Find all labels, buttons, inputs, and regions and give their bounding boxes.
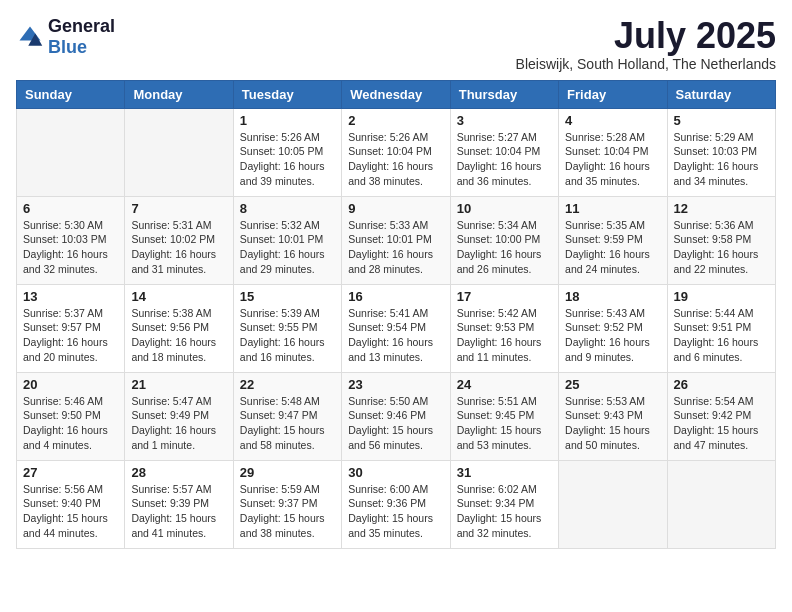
day-number: 14 <box>131 289 226 304</box>
day-number: 25 <box>565 377 660 392</box>
logo: General Blue <box>16 16 115 58</box>
calendar-cell: 22Sunrise: 5:48 AM Sunset: 9:47 PM Dayli… <box>233 372 341 460</box>
calendar-cell: 25Sunrise: 5:53 AM Sunset: 9:43 PM Dayli… <box>559 372 667 460</box>
calendar-cell: 11Sunrise: 5:35 AM Sunset: 9:59 PM Dayli… <box>559 196 667 284</box>
day-number: 1 <box>240 113 335 128</box>
cell-content: Sunrise: 5:37 AM Sunset: 9:57 PM Dayligh… <box>23 306 118 365</box>
day-number: 24 <box>457 377 552 392</box>
calendar-cell: 9Sunrise: 5:33 AM Sunset: 10:01 PM Dayli… <box>342 196 450 284</box>
calendar-cell: 28Sunrise: 5:57 AM Sunset: 9:39 PM Dayli… <box>125 460 233 548</box>
calendar-cell: 21Sunrise: 5:47 AM Sunset: 9:49 PM Dayli… <box>125 372 233 460</box>
calendar-cell: 26Sunrise: 5:54 AM Sunset: 9:42 PM Dayli… <box>667 372 775 460</box>
day-number: 23 <box>348 377 443 392</box>
calendar-cell <box>17 108 125 196</box>
day-number: 7 <box>131 201 226 216</box>
day-number: 22 <box>240 377 335 392</box>
day-number: 29 <box>240 465 335 480</box>
cell-content: Sunrise: 5:43 AM Sunset: 9:52 PM Dayligh… <box>565 306 660 365</box>
title-area: July 2025 Bleiswijk, South Holland, The … <box>516 16 776 72</box>
calendar-week-row: 6Sunrise: 5:30 AM Sunset: 10:03 PM Dayli… <box>17 196 776 284</box>
page-header: General Blue July 2025 Bleiswijk, South … <box>16 16 776 72</box>
day-number: 6 <box>23 201 118 216</box>
calendar-cell: 29Sunrise: 5:59 AM Sunset: 9:37 PM Dayli… <box>233 460 341 548</box>
weekday-header-wednesday: Wednesday <box>342 80 450 108</box>
weekday-header-saturday: Saturday <box>667 80 775 108</box>
cell-content: Sunrise: 5:50 AM Sunset: 9:46 PM Dayligh… <box>348 394 443 453</box>
cell-content: Sunrise: 5:30 AM Sunset: 10:03 PM Daylig… <box>23 218 118 277</box>
cell-content: Sunrise: 5:38 AM Sunset: 9:56 PM Dayligh… <box>131 306 226 365</box>
calendar-cell: 20Sunrise: 5:46 AM Sunset: 9:50 PM Dayli… <box>17 372 125 460</box>
cell-content: Sunrise: 5:26 AM Sunset: 10:04 PM Daylig… <box>348 130 443 189</box>
calendar-cell <box>125 108 233 196</box>
calendar-cell <box>667 460 775 548</box>
calendar-cell: 12Sunrise: 5:36 AM Sunset: 9:58 PM Dayli… <box>667 196 775 284</box>
cell-content: Sunrise: 5:32 AM Sunset: 10:01 PM Daylig… <box>240 218 335 277</box>
calendar-cell: 5Sunrise: 5:29 AM Sunset: 10:03 PM Dayli… <box>667 108 775 196</box>
location-text: Bleiswijk, South Holland, The Netherland… <box>516 56 776 72</box>
month-title: July 2025 <box>516 16 776 56</box>
calendar-cell: 7Sunrise: 5:31 AM Sunset: 10:02 PM Dayli… <box>125 196 233 284</box>
logo-icon <box>16 23 44 51</box>
cell-content: Sunrise: 5:35 AM Sunset: 9:59 PM Dayligh… <box>565 218 660 277</box>
weekday-header-friday: Friday <box>559 80 667 108</box>
weekday-header-row: SundayMondayTuesdayWednesdayThursdayFrid… <box>17 80 776 108</box>
calendar-cell: 10Sunrise: 5:34 AM Sunset: 10:00 PM Dayl… <box>450 196 558 284</box>
calendar-cell: 30Sunrise: 6:00 AM Sunset: 9:36 PM Dayli… <box>342 460 450 548</box>
cell-content: Sunrise: 5:29 AM Sunset: 10:03 PM Daylig… <box>674 130 769 189</box>
calendar-cell <box>559 460 667 548</box>
day-number: 11 <box>565 201 660 216</box>
cell-content: Sunrise: 5:54 AM Sunset: 9:42 PM Dayligh… <box>674 394 769 453</box>
cell-content: Sunrise: 5:39 AM Sunset: 9:55 PM Dayligh… <box>240 306 335 365</box>
cell-content: Sunrise: 5:48 AM Sunset: 9:47 PM Dayligh… <box>240 394 335 453</box>
cell-content: Sunrise: 6:00 AM Sunset: 9:36 PM Dayligh… <box>348 482 443 541</box>
day-number: 31 <box>457 465 552 480</box>
calendar-week-row: 13Sunrise: 5:37 AM Sunset: 9:57 PM Dayli… <box>17 284 776 372</box>
calendar-cell: 2Sunrise: 5:26 AM Sunset: 10:04 PM Dayli… <box>342 108 450 196</box>
cell-content: Sunrise: 5:41 AM Sunset: 9:54 PM Dayligh… <box>348 306 443 365</box>
day-number: 26 <box>674 377 769 392</box>
day-number: 2 <box>348 113 443 128</box>
calendar-cell: 3Sunrise: 5:27 AM Sunset: 10:04 PM Dayli… <box>450 108 558 196</box>
cell-content: Sunrise: 5:47 AM Sunset: 9:49 PM Dayligh… <box>131 394 226 453</box>
cell-content: Sunrise: 5:53 AM Sunset: 9:43 PM Dayligh… <box>565 394 660 453</box>
day-number: 9 <box>348 201 443 216</box>
calendar-cell: 4Sunrise: 5:28 AM Sunset: 10:04 PM Dayli… <box>559 108 667 196</box>
day-number: 30 <box>348 465 443 480</box>
calendar-week-row: 27Sunrise: 5:56 AM Sunset: 9:40 PM Dayli… <box>17 460 776 548</box>
cell-content: Sunrise: 5:26 AM Sunset: 10:05 PM Daylig… <box>240 130 335 189</box>
day-number: 16 <box>348 289 443 304</box>
cell-content: Sunrise: 5:36 AM Sunset: 9:58 PM Dayligh… <box>674 218 769 277</box>
day-number: 27 <box>23 465 118 480</box>
cell-content: Sunrise: 5:59 AM Sunset: 9:37 PM Dayligh… <box>240 482 335 541</box>
calendar-cell: 13Sunrise: 5:37 AM Sunset: 9:57 PM Dayli… <box>17 284 125 372</box>
cell-content: Sunrise: 5:34 AM Sunset: 10:00 PM Daylig… <box>457 218 552 277</box>
day-number: 10 <box>457 201 552 216</box>
cell-content: Sunrise: 5:31 AM Sunset: 10:02 PM Daylig… <box>131 218 226 277</box>
calendar-week-row: 20Sunrise: 5:46 AM Sunset: 9:50 PM Dayli… <box>17 372 776 460</box>
calendar-cell: 24Sunrise: 5:51 AM Sunset: 9:45 PM Dayli… <box>450 372 558 460</box>
weekday-header-sunday: Sunday <box>17 80 125 108</box>
cell-content: Sunrise: 5:57 AM Sunset: 9:39 PM Dayligh… <box>131 482 226 541</box>
calendar-cell: 1Sunrise: 5:26 AM Sunset: 10:05 PM Dayli… <box>233 108 341 196</box>
cell-content: Sunrise: 5:44 AM Sunset: 9:51 PM Dayligh… <box>674 306 769 365</box>
day-number: 4 <box>565 113 660 128</box>
logo-blue-text: Blue <box>48 37 87 57</box>
calendar-cell: 18Sunrise: 5:43 AM Sunset: 9:52 PM Dayli… <box>559 284 667 372</box>
day-number: 19 <box>674 289 769 304</box>
day-number: 21 <box>131 377 226 392</box>
day-number: 17 <box>457 289 552 304</box>
day-number: 3 <box>457 113 552 128</box>
weekday-header-thursday: Thursday <box>450 80 558 108</box>
calendar-cell: 8Sunrise: 5:32 AM Sunset: 10:01 PM Dayli… <box>233 196 341 284</box>
cell-content: Sunrise: 5:33 AM Sunset: 10:01 PM Daylig… <box>348 218 443 277</box>
calendar-cell: 6Sunrise: 5:30 AM Sunset: 10:03 PM Dayli… <box>17 196 125 284</box>
day-number: 12 <box>674 201 769 216</box>
cell-content: Sunrise: 6:02 AM Sunset: 9:34 PM Dayligh… <box>457 482 552 541</box>
calendar-cell: 14Sunrise: 5:38 AM Sunset: 9:56 PM Dayli… <box>125 284 233 372</box>
weekday-header-monday: Monday <box>125 80 233 108</box>
calendar-table: SundayMondayTuesdayWednesdayThursdayFrid… <box>16 80 776 549</box>
calendar-cell: 17Sunrise: 5:42 AM Sunset: 9:53 PM Dayli… <box>450 284 558 372</box>
calendar-cell: 19Sunrise: 5:44 AM Sunset: 9:51 PM Dayli… <box>667 284 775 372</box>
cell-content: Sunrise: 5:51 AM Sunset: 9:45 PM Dayligh… <box>457 394 552 453</box>
calendar-cell: 16Sunrise: 5:41 AM Sunset: 9:54 PM Dayli… <box>342 284 450 372</box>
